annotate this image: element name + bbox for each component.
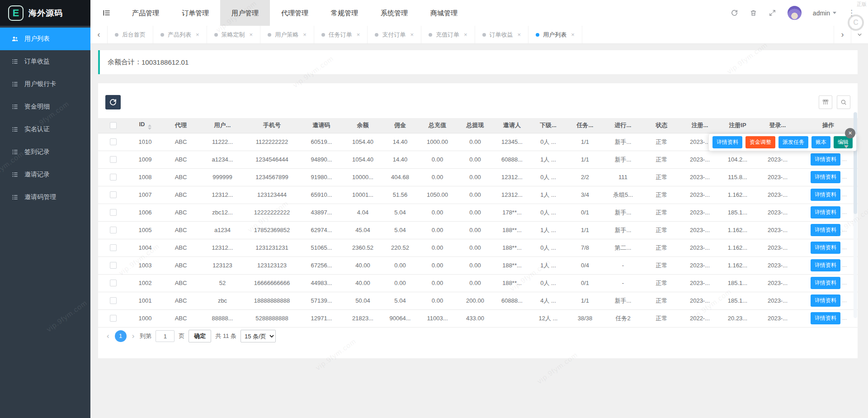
nav-item-3[interactable]: 用户管理 [220, 0, 270, 26]
popup-assign-task-button[interactable]: 派发任务 [778, 136, 808, 148]
tab-close-icon[interactable]: × [250, 31, 253, 38]
popup-detail-button[interactable]: 详情资料 [712, 136, 742, 148]
row-checkbox[interactable] [110, 227, 117, 233]
nav-item-7[interactable]: 商城管理 [419, 0, 469, 26]
row-detail-button[interactable]: 详情资料 [811, 224, 840, 236]
nav-item-1[interactable]: 产品管理 [121, 0, 170, 26]
select-all-checkbox[interactable] [110, 122, 117, 129]
trash-icon[interactable] [750, 9, 757, 17]
refresh-icon[interactable] [731, 9, 738, 17]
next-page-button[interactable]: › [131, 332, 136, 341]
tabs-menu-icon[interactable] [851, 26, 868, 43]
row-checkbox[interactable] [110, 156, 117, 163]
row-checkbox[interactable] [110, 315, 117, 322]
cell: 1人 ... [530, 186, 566, 204]
tab-close-icon[interactable]: × [357, 31, 360, 38]
row-detail-button[interactable]: 详情资料 [811, 242, 840, 254]
sort-carets-icon[interactable] [148, 124, 151, 130]
tabs-scroll-left-icon[interactable]: ‹ [90, 26, 108, 43]
row-checkbox[interactable] [110, 244, 117, 251]
sidebar-item-1[interactable]: 用户列表 [0, 28, 90, 50]
sidebar-item-3[interactable]: 用户银行卡 [0, 73, 90, 95]
tab-close-icon[interactable]: × [518, 31, 521, 38]
sidebar-item-8[interactable]: 邀请码管理 [0, 186, 90, 209]
cell: 第二... [604, 239, 642, 256]
page-1-button[interactable]: 1 [115, 330, 127, 342]
row-checkbox[interactable] [110, 138, 117, 145]
cell: 2023-... [756, 168, 799, 186]
menu-collapse-icon[interactable] [102, 9, 111, 17]
cell: 0.00 [456, 186, 494, 204]
col-header-2: 代理 [162, 118, 200, 133]
nav-item-4[interactable]: 代理管理 [270, 0, 320, 26]
tab-close-icon[interactable]: × [410, 31, 414, 38]
table-row-1001: 1001ABCzbc1888888888857139...50.045.040.… [98, 292, 858, 309]
goto-confirm-button[interactable]: 确定 [189, 330, 211, 342]
brand-logo-icon: E [8, 5, 24, 21]
row-checkbox[interactable] [110, 280, 117, 286]
tab-7[interactable]: 充值订单× [421, 26, 475, 43]
tab-4[interactable]: 用户策略× [260, 26, 314, 43]
row-select-cell [98, 256, 128, 274]
table-refresh-button[interactable] [105, 95, 121, 109]
tab-8[interactable]: 订单收益× [475, 26, 529, 43]
row-detail-button[interactable]: 详情资料 [811, 259, 840, 271]
more-menu-icon[interactable]: ⋮ [848, 9, 855, 17]
tab-1[interactable]: 后台首页 [108, 26, 153, 43]
table-search-button[interactable] [837, 95, 850, 109]
row-detail-button[interactable]: 详情资料 [811, 294, 840, 307]
nav-item-5[interactable]: 常规管理 [320, 0, 369, 26]
sidebar-item-4[interactable]: 资金明细 [0, 95, 90, 118]
tab-bar: ‹ 后台首页产品列表×策略定制×用户策略×任务订单×支付订单×充值订单×订单收益… [90, 26, 868, 44]
cell: ABC [162, 274, 200, 292]
tab-close-icon[interactable]: × [464, 31, 467, 38]
popup-adjust-funds-button[interactable]: 资金调整 [745, 136, 775, 148]
row-detail-button[interactable]: 详情资料 [811, 206, 840, 218]
cell: 0.00 [382, 256, 419, 274]
row-checkbox[interactable] [110, 297, 117, 304]
sidebar-item-6[interactable]: 签到记录 [0, 141, 90, 163]
row-select-cell [98, 274, 128, 292]
tab-2[interactable]: 产品列表× [153, 26, 207, 43]
row-checkbox[interactable] [110, 209, 117, 216]
brand-logo[interactable]: E 海外源码 [0, 0, 90, 26]
tab-9[interactable]: 用户列表× [528, 26, 582, 43]
row-checkbox[interactable] [110, 191, 117, 198]
tab-close-icon[interactable]: × [196, 31, 199, 38]
cell: 2023-... [756, 239, 799, 256]
cell: 62974... [299, 221, 344, 239]
cell: 90064... [382, 309, 419, 327]
popup-ledger-button[interactable]: 账本 [811, 136, 830, 148]
sidebar-menu: 用户列表订单收益用户银行卡资金明细实名认证签到记录邀请记录邀请码管理 [0, 28, 90, 209]
row-checkbox[interactable] [110, 174, 117, 180]
row-detail-button[interactable]: 详情资料 [811, 153, 840, 166]
col-header-6: 余额 [344, 118, 382, 133]
tab-5[interactable]: 任务订单× [314, 26, 368, 43]
fullscreen-icon[interactable] [769, 9, 776, 17]
sidebar-item-2[interactable]: 订单收益 [0, 50, 90, 73]
tab-close-icon[interactable]: × [571, 31, 575, 38]
row-checkbox[interactable] [110, 262, 117, 269]
scrollbar-thumb[interactable] [854, 112, 857, 214]
prev-page-button[interactable]: ‹ [105, 332, 111, 341]
row-detail-button[interactable]: 详情资料 [811, 312, 840, 324]
balance-summary-card: 余额合计： 1003188612.01 [98, 50, 858, 74]
nav-item-6[interactable]: 系统管理 [369, 0, 419, 26]
sidebar-item-7[interactable]: 邀请记录 [0, 163, 90, 186]
cell: 1007 [128, 186, 162, 204]
tab-6[interactable]: 支付订单× [368, 26, 421, 43]
tab-3[interactable]: 策略定制× [207, 26, 261, 43]
sidebar-item-5[interactable]: 实名认证 [0, 118, 90, 141]
nav-item-2[interactable]: 订单管理 [170, 0, 220, 26]
popup-close-icon[interactable]: × [845, 128, 855, 138]
tab-close-icon[interactable]: × [303, 31, 307, 38]
page-size-select[interactable]: 15 条/页 [241, 330, 276, 342]
user-avatar[interactable] [788, 6, 802, 20]
user-menu[interactable]: admin [813, 10, 836, 17]
tabs-scroll-right-icon[interactable]: › [834, 26, 851, 43]
columns-toggle-button[interactable] [819, 95, 832, 109]
row-detail-button[interactable]: 详情资料 [811, 277, 840, 289]
row-detail-button[interactable]: 详情资料 [811, 171, 840, 183]
row-detail-button[interactable]: 详情资料 [811, 189, 840, 201]
goto-page-input[interactable] [156, 330, 175, 342]
